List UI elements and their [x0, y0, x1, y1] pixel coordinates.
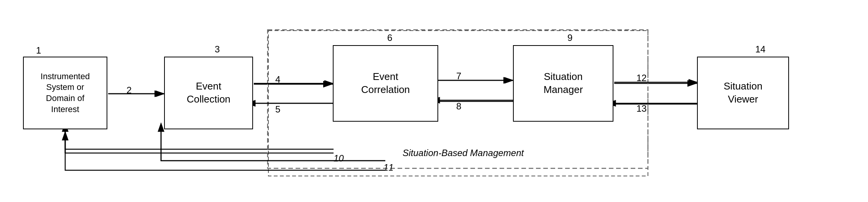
arrow-label-11: 11	[383, 162, 394, 173]
arrow-label-8: 8	[456, 101, 461, 112]
event-correlation-box: EventCorrelation	[333, 45, 438, 122]
num-14: 14	[755, 44, 766, 55]
instrumented-system-box: InstrumentedSystem orDomain ofInterest	[23, 57, 107, 129]
arrow-label-13: 13	[636, 103, 647, 114]
diagram-container: InstrumentedSystem orDomain ofInterest 1…	[0, 0, 868, 202]
arrow-label-12: 12	[636, 73, 647, 83]
num-6: 6	[387, 33, 392, 43]
event-collection-box: EventCollection	[164, 57, 253, 129]
situation-viewer-box: SituationViewer	[697, 57, 789, 129]
arrow-label-5: 5	[275, 104, 280, 115]
num-3: 3	[215, 44, 220, 55]
arrow-label-10: 10	[334, 153, 344, 164]
num-1: 1	[36, 45, 41, 56]
situation-manager-box: SituationManager	[513, 45, 613, 122]
arrow-label-7: 7	[456, 71, 461, 81]
num-9: 9	[567, 33, 572, 43]
sbm-label: Situation-Based Management	[403, 148, 524, 158]
arrow-label-2: 2	[127, 85, 132, 96]
arrow-label-4: 4	[275, 74, 280, 85]
